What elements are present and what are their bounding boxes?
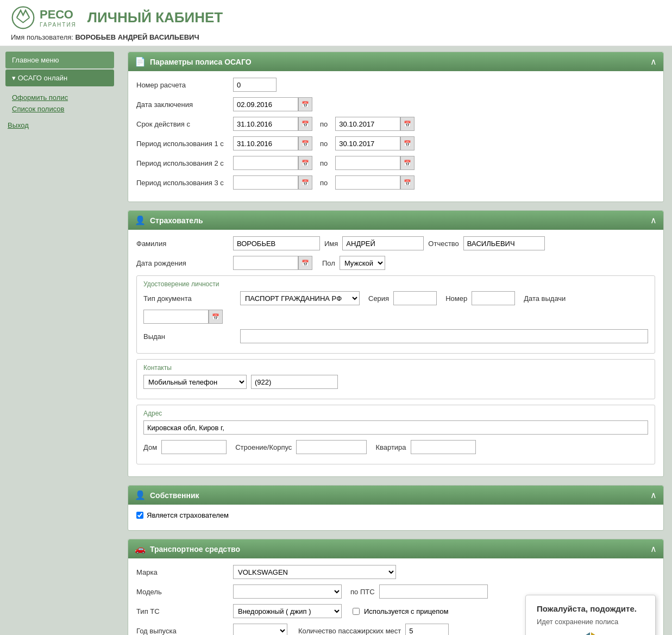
patronymic-label: Отчество [428,240,459,248]
owner-icon: 👤 [135,490,146,500]
model-select[interactable] [233,584,342,599]
sidebar-links: Оформить полис Список полисов [5,90,114,119]
person-icon: 👤 [135,215,146,225]
validity-to-input[interactable] [335,117,400,131]
usage3-from-calendar[interactable]: 📅 [298,175,312,190]
year-select[interactable] [233,624,287,635]
address-details-row: Дом Строение/Корпус Квартира [143,440,648,454]
phone-row: Мобильный телефон Домашний телефон [143,375,648,389]
usage3-label: Период использования 3 с [136,179,229,187]
issue-date-label: Дата выдачи [524,294,566,303]
usage2-from-calendar[interactable]: 📅 [298,156,312,170]
validity-from-input[interactable] [233,117,298,131]
sidebar-link-create-policy[interactable]: Оформить полис [10,92,114,103]
logo: РЕСО ГАРАНТИЯ [11,5,77,30]
validity-from-calendar[interactable]: 📅 [298,117,312,131]
owner-section: 👤 Собственник ∧ Является страхователем [128,485,664,531]
number-input[interactable] [472,291,515,305]
house-input[interactable] [161,440,227,454]
usage3-from-input[interactable] [233,175,298,190]
is-insurer-checkbox[interactable] [136,512,143,519]
exit-link[interactable]: Выход [8,121,29,129]
spinner-icon [577,632,604,635]
conclusion-date-calendar[interactable]: 📅 [298,97,312,111]
doc-type-select[interactable]: ПАСПОРТ ГРАЖДАНИНА РФ [240,291,360,305]
sidebar-exit: Выход [5,119,114,131]
document-icon: 📄 [135,56,146,67]
usage1-to-input[interactable] [335,136,400,150]
policy-params-body: Номер расчета Дата заключения 📅 Срок дей… [128,71,663,202]
logo-name: РЕСО [40,8,77,22]
first-name-input[interactable] [342,236,424,250]
seats-input[interactable] [405,624,449,635]
birth-date-label: Дата рождения [136,259,229,267]
loading-dialog: Пожалуйста, подождите. Идет сохранение п… [525,595,656,635]
issue-date-input[interactable] [143,310,209,324]
apartment-input[interactable] [411,440,476,454]
year-label: Год выпуска [136,627,229,635]
usage3-row: Период использования 3 с 📅 по 📅 [136,175,655,190]
first-name-label: Имя [324,240,338,248]
owner-collapse[interactable]: ∧ [650,491,657,500]
birth-date-input[interactable] [233,256,298,270]
pts-label: по ПТС [350,588,375,596]
last-name-input[interactable] [233,236,320,250]
birth-date-calendar[interactable]: 📅 [298,256,312,270]
gender-select[interactable]: Мужской Женский [340,256,385,270]
insurer-section: 👤 Страхователь ∧ Фамилия Имя Отчество Да… [128,210,664,477]
usage1-from-input[interactable] [233,136,298,150]
account-number-input[interactable] [233,78,277,92]
series-input[interactable] [393,291,437,305]
vehicle-collapse[interactable]: ∧ [650,545,657,554]
building-label: Строение/Корпус [235,443,292,451]
gender-label: Пол [322,259,335,267]
insurer-body: Фамилия Имя Отчество Дата рождения 📅 Пол [128,230,663,476]
phone-input[interactable] [251,375,338,389]
username-value: ВОРОБЬЕВ АНДРЕЙ ВАСИЛЬЕВИЧ [76,33,199,41]
vehicle-header: 🚗 Транспортное средство ∧ [128,539,663,558]
issued-by-row: Выдан [143,329,648,343]
usage2-to-calendar[interactable]: 📅 [400,156,414,170]
insurer-header: 👤 Страхователь ∧ [128,211,663,230]
vehicle-type-select[interactable]: Внедорожный ( джип ) Легковой Грузовой [233,604,342,618]
brand-select[interactable]: VOLKSWAGEN [233,565,396,579]
usage3-po: по [320,179,328,187]
conclusion-date-input[interactable] [233,97,298,111]
usage3-to-calendar[interactable]: 📅 [400,175,414,190]
contacts-group: Контакты Мобильный телефон Домашний теле… [136,359,655,399]
trailer-checkbox[interactable] [353,608,360,615]
sidebar-link-policy-list[interactable]: Список полисов [10,103,114,115]
policy-params-section: 📄 Параметры полиса ОСАГО ∧ Номер расчета… [128,52,664,202]
series-label: Серия [368,294,389,303]
usage2-from-input[interactable] [233,156,298,170]
doc-type-row: Тип документа ПАСПОРТ ГРАЖДАНИНА РФ Сери… [143,291,648,324]
usage1-from-calendar[interactable]: 📅 [298,136,312,150]
vehicle-type-label: Тип ТС [136,607,229,615]
address-input[interactable] [143,420,648,435]
usage2-row: Период использования 2 с 📅 по 📅 [136,156,655,170]
usage2-to-input[interactable] [335,156,400,170]
insurer-collapse[interactable]: ∧ [650,216,657,225]
policy-params-collapse[interactable]: ∧ [650,58,657,66]
phone-type-select[interactable]: Мобильный телефон Домашний телефон [143,375,247,389]
last-name-label: Фамилия [136,240,229,248]
sidebar-osago-section[interactable]: ОСАГО онлайн [5,70,114,86]
is-insurer-label: Является страхователем [147,511,229,519]
building-input[interactable] [296,440,367,454]
house-label: Дом [143,443,157,451]
address-group: Адрес Дом Строение/Корпус Квартира [136,405,655,464]
sidebar-main-menu[interactable]: Главное меню [5,52,114,68]
patronymic-input[interactable] [463,236,545,250]
usage3-to-input[interactable] [335,175,400,190]
usage1-po: по [320,140,328,148]
main-content: 📄 Параметры полиса ОСАГО ∧ Номер расчета… [120,46,672,635]
issue-date-calendar[interactable]: 📅 [209,310,223,324]
pts-input[interactable] [379,584,488,599]
validity-to-calendar[interactable]: 📅 [400,117,414,131]
policy-params-title: Параметры полиса ОСАГО [150,58,252,66]
usage1-to-calendar[interactable]: 📅 [400,136,414,150]
validity-po: по [320,120,328,128]
spinner-right [591,632,606,635]
owner-header: 👤 Собственник ∧ [128,486,663,505]
issued-by-input[interactable] [240,329,648,343]
